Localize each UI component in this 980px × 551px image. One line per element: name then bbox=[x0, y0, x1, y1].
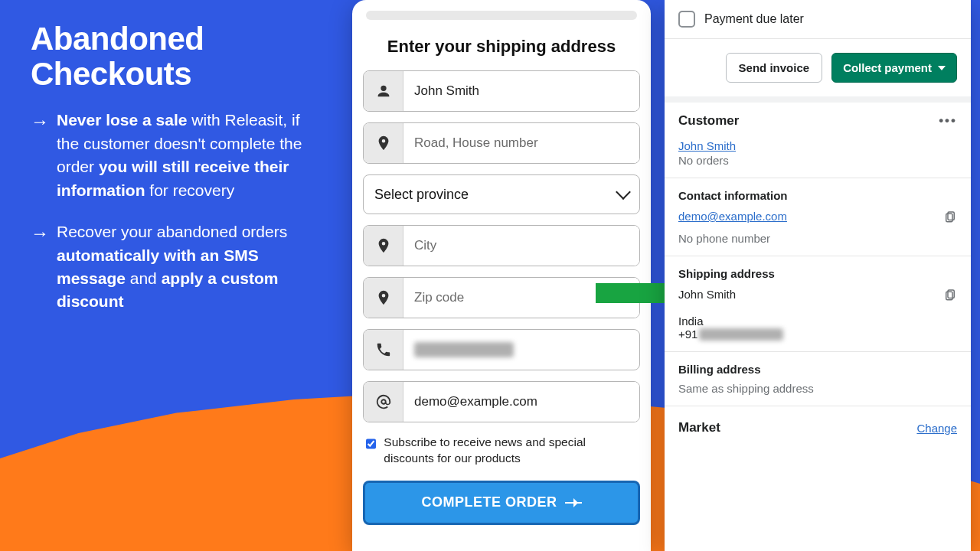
email-field[interactable] bbox=[363, 381, 640, 422]
payment-due-later-row[interactable]: Payment due later bbox=[665, 0, 971, 39]
promo-bullet-1: Never lose a sale with Releasit, if the … bbox=[31, 109, 322, 202]
contact-section: Contact information demo@example.com No … bbox=[665, 178, 971, 256]
form-title: Enter your shipping address bbox=[363, 37, 640, 57]
subscribe-row[interactable]: Subscribe to receive news and special di… bbox=[363, 433, 640, 467]
contact-heading: Contact information bbox=[678, 189, 957, 202]
city-field[interactable] bbox=[363, 225, 640, 266]
billing-heading: Billing address bbox=[678, 363, 957, 376]
promo-heading: Abandoned Checkouts bbox=[31, 21, 322, 92]
province-label: Select province bbox=[374, 187, 469, 203]
shipping-name: John Smith bbox=[678, 288, 736, 301]
city-input[interactable] bbox=[403, 226, 639, 266]
complete-order-button[interactable]: COMPLETE ORDER bbox=[363, 481, 640, 525]
send-invoice-button[interactable]: Send invoice bbox=[726, 53, 823, 83]
shipping-heading: Shipping address bbox=[678, 267, 957, 280]
phone-field[interactable] bbox=[363, 329, 640, 370]
address-field[interactable] bbox=[363, 122, 640, 164]
pin-icon bbox=[364, 226, 403, 266]
person-icon bbox=[364, 71, 403, 111]
cta-label: COMPLETE ORDER bbox=[421, 494, 557, 510]
subscribe-label: Subscribe to receive news and special di… bbox=[384, 435, 637, 467]
payment-buttons: Send invoice Collect payment bbox=[665, 39, 971, 103]
payment-later-checkbox[interactable] bbox=[678, 11, 695, 28]
customer-heading: Customer bbox=[678, 113, 739, 129]
pin-icon bbox=[364, 123, 403, 163]
billing-value: Same as shipping address bbox=[678, 382, 957, 395]
more-icon[interactable]: ••• bbox=[939, 113, 957, 129]
shipping-phone: +91 bbox=[678, 328, 957, 341]
arrow-right-icon bbox=[565, 502, 582, 504]
admin-panel: Payment due later Send invoice Collect p… bbox=[665, 0, 971, 551]
promo-panel: Abandoned Checkouts Never lose a sale wi… bbox=[31, 21, 322, 332]
no-phone: No phone number bbox=[678, 232, 957, 245]
subscribe-checkbox[interactable] bbox=[366, 437, 376, 451]
redacted-phone bbox=[699, 328, 783, 341]
name-input[interactable] bbox=[403, 71, 639, 111]
customer-link[interactable]: John Smith bbox=[678, 139, 736, 152]
promo-bullet-2: Recover your abandoned orders automatica… bbox=[31, 220, 322, 314]
at-icon bbox=[364, 382, 403, 422]
phone-icon bbox=[364, 330, 403, 370]
email-input[interactable] bbox=[403, 382, 639, 422]
change-market-link[interactable]: Change bbox=[916, 422, 957, 435]
market-heading: Market bbox=[678, 420, 720, 435]
pin-icon bbox=[364, 278, 403, 318]
clipboard-icon[interactable] bbox=[943, 210, 957, 226]
province-select[interactable]: Select province bbox=[363, 174, 640, 214]
address-input[interactable] bbox=[403, 123, 639, 163]
chevron-down-icon bbox=[616, 184, 631, 200]
customer-section: Customer ••• John Smith No orders bbox=[665, 103, 971, 178]
payment-later-label: Payment due later bbox=[704, 12, 804, 26]
contact-email[interactable]: demo@example.com bbox=[678, 210, 787, 223]
orders-count: No orders bbox=[678, 154, 957, 167]
redacted-phone bbox=[414, 342, 514, 357]
card-handle bbox=[366, 11, 637, 20]
name-field[interactable] bbox=[363, 70, 640, 112]
caret-down-icon bbox=[938, 66, 946, 70]
billing-section: Billing address Same as shipping address bbox=[665, 352, 971, 406]
collect-payment-button[interactable]: Collect payment bbox=[831, 53, 957, 83]
market-section: Market Change bbox=[665, 406, 971, 442]
clipboard-icon[interactable] bbox=[943, 288, 957, 304]
shipping-country: India bbox=[678, 315, 957, 328]
shipping-section: Shipping address John Smith India +91 bbox=[665, 256, 971, 352]
